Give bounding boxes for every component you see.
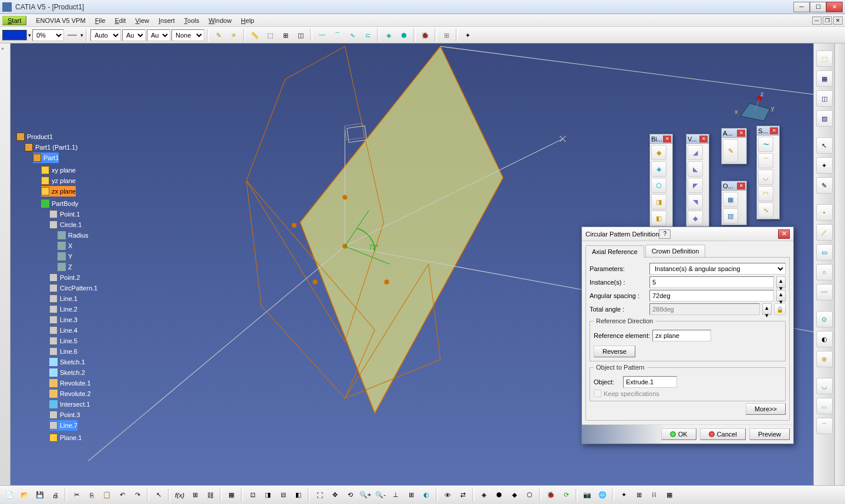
- angular-spacing-input[interactable]: [649, 290, 774, 302]
- ftb2-icon-1[interactable]: ◢: [688, 145, 703, 160]
- tree-y[interactable]: Y: [58, 251, 97, 262]
- ftb-icon-5[interactable]: ◧: [651, 211, 666, 226]
- dialog-close-button[interactable]: ✕: [778, 229, 790, 239]
- rt-icon-7[interactable]: •: [816, 204, 833, 221]
- bug-icon[interactable]: 🐞: [418, 28, 432, 42]
- swap-icon[interactable]: ⇄: [456, 488, 470, 502]
- tree-line5[interactable]: Line.5: [49, 336, 97, 346]
- tree-line7[interactable]: Line.7: [49, 420, 78, 431]
- auto-select-2[interactable]: Aut: [122, 29, 146, 41]
- dialog-help-button[interactable]: ?: [659, 229, 671, 239]
- tree-revolute1[interactable]: Revolute.1: [49, 378, 97, 388]
- tree-x[interactable]: X: [58, 241, 97, 251]
- rt-icon-8[interactable]: ／: [816, 224, 833, 241]
- curve-icon-1[interactable]: 〰: [315, 28, 329, 42]
- float-toolbar-o[interactable]: O...✕ ▦ ▧: [721, 181, 747, 225]
- tab-axial-reference[interactable]: Axial Reference: [585, 245, 644, 258]
- ftb2-icon-3[interactable]: ◤: [688, 178, 703, 193]
- camera-icon[interactable]: 📷: [580, 488, 594, 502]
- tool-d-icon[interactable]: ⬡: [523, 488, 537, 502]
- pan-icon[interactable]: ✥: [328, 488, 342, 502]
- dialog-titlebar[interactable]: Circular Pattern Definition ? ✕: [582, 227, 793, 241]
- ftb5-icon-2[interactable]: ▧: [723, 208, 738, 224]
- rt-icon-14[interactable]: ⊗: [816, 351, 833, 367]
- menu-insert[interactable]: Insert: [154, 16, 180, 25]
- paste-icon[interactable]: 📋: [100, 488, 114, 502]
- cancel-button[interactable]: Cancel: [700, 428, 746, 440]
- pattern-icon[interactable]: ⁞⁞: [647, 488, 661, 502]
- save-icon[interactable]: 💾: [33, 488, 47, 502]
- tool-icon-3[interactable]: ◫: [294, 28, 308, 42]
- rt-icon-10[interactable]: ○: [816, 264, 833, 280]
- tree-zx-plane[interactable]: zx plane: [41, 186, 76, 197]
- tree-line1[interactable]: Line.1: [49, 293, 97, 304]
- zoom-out-icon[interactable]: 🔍-: [373, 488, 388, 502]
- multi-view-icon[interactable]: ⊞: [404, 488, 418, 502]
- tool-c-icon[interactable]: ◆: [507, 488, 521, 502]
- ftb5-icon-1[interactable]: ▦: [723, 192, 738, 207]
- tool-icon-1[interactable]: ⬚: [263, 28, 277, 42]
- close-button[interactable]: ✕: [826, 2, 843, 12]
- update-icon[interactable]: ⟳: [559, 488, 573, 502]
- table-icon[interactable]: ⊞: [188, 488, 202, 502]
- undo-icon[interactable]: ↶: [115, 488, 129, 502]
- rt-icon-6[interactable]: ✎: [816, 177, 833, 194]
- ftb2-icon-4[interactable]: ◥: [688, 194, 703, 209]
- instances-input[interactable]: [649, 276, 774, 288]
- rt-icon-11[interactable]: 〰: [816, 284, 833, 300]
- tree-circ-pattern[interactable]: CircPattern.1: [49, 283, 97, 293]
- more-button[interactable]: More>>: [746, 403, 786, 415]
- ftb-icon-4[interactable]: ◨: [651, 194, 666, 209]
- fx-icon[interactable]: f(x): [173, 488, 187, 502]
- tree-point2[interactable]: Point.2: [49, 272, 97, 283]
- tree-yz-plane[interactable]: yz plane: [41, 175, 97, 186]
- ftb2-icon-5[interactable]: ◆: [688, 211, 703, 226]
- ftb4-icon-4[interactable]: ◠: [758, 186, 773, 201]
- sun-icon[interactable]: ☀: [227, 28, 241, 42]
- menu-enovia[interactable]: ENOVIA V5 VPM: [31, 16, 90, 25]
- shade-icon[interactable]: ◐: [419, 488, 433, 502]
- fit-icon[interactable]: ⛶: [312, 488, 326, 502]
- close-icon[interactable]: ✕: [663, 136, 671, 143]
- reference-element-input[interactable]: [652, 330, 711, 341]
- tool-a-icon[interactable]: ◈: [477, 488, 491, 502]
- redo-icon[interactable]: ↷: [130, 488, 144, 502]
- cut-icon[interactable]: ✂: [69, 488, 83, 502]
- rt-icon-13[interactable]: ◐: [816, 331, 833, 347]
- object-input[interactable]: [623, 376, 677, 388]
- ftb2-icon-2[interactable]: ◣: [688, 161, 703, 177]
- rt-icon-2[interactable]: ▦: [816, 70, 833, 87]
- solid-icon-1[interactable]: ◈: [382, 28, 396, 42]
- preview-button[interactable]: Preview: [749, 428, 790, 440]
- none-select[interactable]: None: [171, 29, 204, 41]
- tree-part[interactable]: Part1: [33, 153, 59, 163]
- tree-plane1[interactable]: Plane.1: [49, 432, 97, 443]
- tree-z[interactable]: Z: [58, 262, 97, 272]
- rt-icon-17[interactable]: ⌒: [816, 418, 833, 434]
- tree-intersect1[interactable]: Intersect.1: [49, 399, 97, 410]
- instances-spinner[interactable]: ▴▾: [776, 276, 786, 288]
- menu-file[interactable]: File: [90, 16, 110, 25]
- linetype-button[interactable]: [65, 28, 79, 42]
- ftb3-icon-1[interactable]: ✎: [723, 139, 738, 163]
- axis-mode-icon[interactable]: ✦: [617, 488, 631, 502]
- parameters-select[interactable]: Instance(s) & angular spacing: [649, 263, 786, 275]
- spacing-spinner[interactable]: ▴▾: [776, 290, 786, 302]
- grid-icon[interactable]: ⊞: [439, 28, 453, 42]
- grid-mode-icon[interactable]: ⊞: [632, 488, 646, 502]
- rt-icon-16[interactable]: ⌓: [816, 398, 833, 414]
- close-icon[interactable]: ✕: [737, 182, 745, 190]
- auto-select-1[interactable]: Auto: [90, 29, 121, 41]
- tool-icon-2[interactable]: ⊞: [278, 28, 292, 42]
- brush-icon[interactable]: ✎: [211, 28, 225, 42]
- tree-point1[interactable]: Point.1: [49, 209, 97, 219]
- rt-icon-9[interactable]: ▭: [816, 244, 833, 261]
- rotate-icon[interactable]: ⟲: [343, 488, 357, 502]
- solid-icon-2[interactable]: ⬢: [397, 28, 411, 42]
- tree-line2[interactable]: Line.2: [49, 304, 97, 314]
- start-menu[interactable]: Start: [2, 16, 26, 25]
- normal-view-icon[interactable]: ⊥: [389, 488, 403, 502]
- rt-select-icon[interactable]: ↖: [816, 137, 833, 154]
- menu-edit[interactable]: Edit: [110, 16, 130, 25]
- measure-icon[interactable]: 📏: [248, 28, 262, 42]
